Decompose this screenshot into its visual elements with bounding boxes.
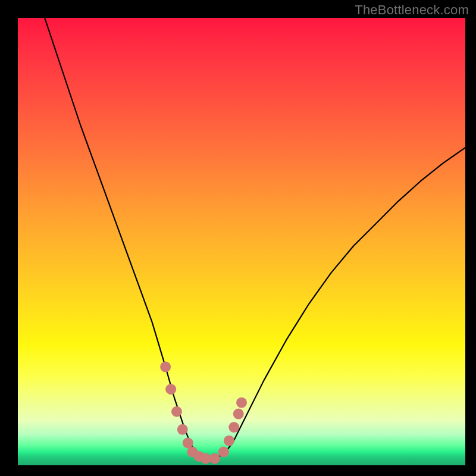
optimum-marker <box>165 384 176 394</box>
optimum-marker <box>160 362 171 372</box>
optimum-marker <box>218 446 229 457</box>
chart-frame: TheBottleneck.com <box>0 0 476 476</box>
curve-layer <box>18 18 465 465</box>
optimum-markers <box>160 362 247 464</box>
optimum-marker <box>209 453 220 464</box>
watermark-text: TheBottleneck.com <box>355 2 469 18</box>
optimum-marker <box>177 424 188 435</box>
bottleneck-curve <box>45 18 465 459</box>
optimum-marker <box>236 397 247 408</box>
optimum-marker <box>224 436 234 446</box>
plot-area <box>18 18 465 465</box>
curve-path <box>45 18 465 459</box>
optimum-marker <box>171 406 182 417</box>
optimum-marker <box>233 409 244 419</box>
optimum-marker <box>228 422 239 433</box>
